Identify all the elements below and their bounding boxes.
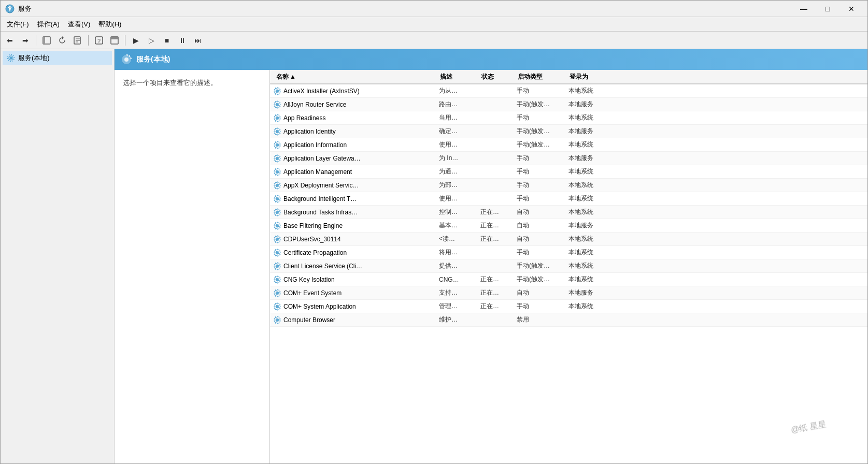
service-login: 本地系统 [566, 140, 618, 149]
service-startup: 自动 [515, 235, 566, 243]
main-window: 服务 — □ ✕ 文件(F) 操作(A) 查看(V) 帮助(H) ⬅ ➡ ? [0, 0, 868, 464]
service-row[interactable]: Application Management为通…手动本地系统 [270, 165, 867, 179]
window-icon [5, 4, 15, 14]
service-status: 正在… [478, 275, 515, 284]
panel-body: 选择一个项目来查看它的描述。 名称 ▲ 描述 状态 [115, 70, 867, 463]
service-desc: <读… [437, 235, 478, 243]
service-icon [272, 315, 282, 325]
service-row[interactable]: Background Tasks Infras…控制…正在…自动本地系统 [270, 206, 867, 219]
restart-service-button[interactable]: ⏭ [191, 34, 205, 47]
svg-point-45 [276, 305, 279, 308]
service-icon [272, 113, 282, 123]
svg-point-27 [276, 184, 279, 186]
service-startup: 手动 [515, 113, 566, 122]
service-status: 正在… [478, 235, 515, 243]
service-row[interactable]: CDPUserSvc_30114<读…正在…自动本地系统 [270, 233, 867, 246]
service-row[interactable]: App Readiness当用…手动本地系统 [270, 111, 867, 125]
service-login: 本地系统 [566, 86, 618, 95]
service-desc: 路由… [437, 100, 478, 109]
service-startup: 手动 [515, 167, 566, 176]
service-row[interactable]: AllJoyn Router Service路由…手动(触发…本地服务 [270, 98, 867, 111]
menu-view[interactable]: 查看(V) [64, 18, 94, 31]
start-service2-button[interactable]: ▷ [144, 34, 159, 47]
service-login: 本地服务 [566, 154, 618, 163]
service-icon [272, 180, 282, 191]
service-row[interactable]: Base Filtering Engine基本…正在…自动本地服务 [270, 219, 867, 233]
service-row[interactable]: AppX Deployment Servic…为部…手动本地系统 [270, 179, 867, 192]
services-list: ActiveX Installer (AxInstSV)为从…手动本地系统 Al… [270, 84, 867, 463]
service-icon [272, 86, 282, 96]
svg-point-37 [276, 251, 279, 254]
pause-service-button[interactable]: ⏸ [175, 34, 190, 47]
service-row[interactable]: ActiveX Installer (AxInstSV)为从…手动本地系统 [270, 84, 867, 98]
service-icon [272, 207, 282, 218]
window-controls: — □ ✕ [792, 1, 863, 17]
services-icon [7, 54, 15, 62]
close-button[interactable]: ✕ [839, 1, 863, 17]
service-login: 本地系统 [566, 113, 618, 122]
service-login: 本地系统 [566, 181, 618, 190]
service-row[interactable]: Application Identity确定…手动(触发…本地服务 [270, 125, 867, 138]
col-header-status[interactable]: 状态 [479, 72, 516, 81]
service-row[interactable]: Background Intelligent T…使用…手动本地系统 [270, 192, 867, 206]
service-row[interactable]: Client License Service (Cli…提供…手动(触发…本地系… [270, 259, 867, 273]
show-hide-button[interactable] [39, 34, 54, 47]
service-name: Computer Browser [283, 316, 437, 324]
svg-point-29 [276, 197, 279, 200]
svg-point-21 [276, 143, 279, 146]
service-name: ActiveX Installer (AxInstSV) [283, 88, 437, 95]
svg-point-1 [9, 8, 11, 10]
service-row[interactable]: COM+ System Application管理…正在…手动本地系统 [270, 300, 867, 313]
service-login: 本地服务 [566, 100, 618, 109]
stop-service-button[interactable]: ■ [160, 34, 174, 47]
service-startup: 手动(触发… [515, 262, 566, 270]
svg-point-41 [276, 278, 279, 281]
service-row[interactable]: COM+ Event System支持…正在…自动本地服务 [270, 286, 867, 300]
col-header-name[interactable]: 名称 ▲ [272, 72, 438, 81]
col-header-startup[interactable]: 启动类型 [516, 72, 567, 81]
menu-help[interactable]: 帮助(H) [94, 18, 125, 31]
service-row[interactable]: Application Layer Gatewa…为 In…手动本地服务 [270, 152, 867, 165]
refresh-button[interactable] [55, 34, 69, 47]
col-header-desc[interactable]: 描述 [438, 72, 479, 81]
service-icon [272, 288, 282, 298]
service-row[interactable]: Certificate Propagation将用…手动本地系统 [270, 246, 867, 259]
service-desc: 控制… [437, 208, 478, 216]
help-button[interactable]: ? [92, 34, 106, 47]
toolbar: ⬅ ➡ ? ▶ ▷ ■ ⏸ ⏭ [1, 32, 867, 49]
menu-action[interactable]: 操作(A) [33, 18, 64, 31]
service-name: CDPUserSvc_30114 [283, 236, 437, 243]
back-button[interactable]: ⬅ [3, 34, 17, 47]
service-login: 本地系统 [566, 262, 618, 270]
service-startup: 手动(触发… [515, 127, 566, 136]
service-desc: 将用… [437, 248, 478, 257]
service-startup: 自动 [515, 288, 566, 297]
service-row[interactable]: CNG Key IsolationCNG…正在…手动(触发…本地系统 [270, 273, 867, 286]
sidebar: 服务(本地) [1, 49, 115, 463]
service-name: Application Identity [283, 128, 437, 135]
title-bar: 服务 — □ ✕ [1, 1, 867, 17]
col-header-login[interactable]: 登录为 [567, 72, 619, 81]
start-service-button[interactable]: ▶ [129, 34, 143, 47]
sidebar-item-local-services[interactable]: 服务(本地) [3, 51, 112, 65]
svg-point-39 [276, 265, 279, 267]
service-login: 本地服务 [566, 288, 618, 297]
service-row[interactable]: Application Information使用…手动(触发…本地系统 [270, 138, 867, 152]
svg-point-17 [276, 117, 279, 119]
svg-point-35 [276, 238, 279, 240]
menu-bar: 文件(F) 操作(A) 查看(V) 帮助(H) [1, 17, 867, 32]
service-startup: 手动 [515, 194, 566, 203]
service-login: 本地系统 [566, 167, 618, 176]
service-icon [272, 140, 282, 150]
maximize-button[interactable]: □ [816, 1, 839, 17]
menu-file[interactable]: 文件(F) [3, 18, 33, 31]
console-button[interactable] [107, 34, 122, 47]
service-startup: 手动 [515, 248, 566, 257]
minimize-button[interactable]: — [792, 1, 816, 17]
service-row[interactable]: Computer Browser维护…禁用 [270, 313, 867, 327]
forward-button[interactable]: ➡ [18, 34, 33, 47]
service-icon [272, 221, 282, 231]
service-name: Background Intelligent T… [283, 195, 437, 202]
export-button[interactable] [70, 34, 85, 47]
service-name: Base Filtering Engine [283, 222, 437, 229]
